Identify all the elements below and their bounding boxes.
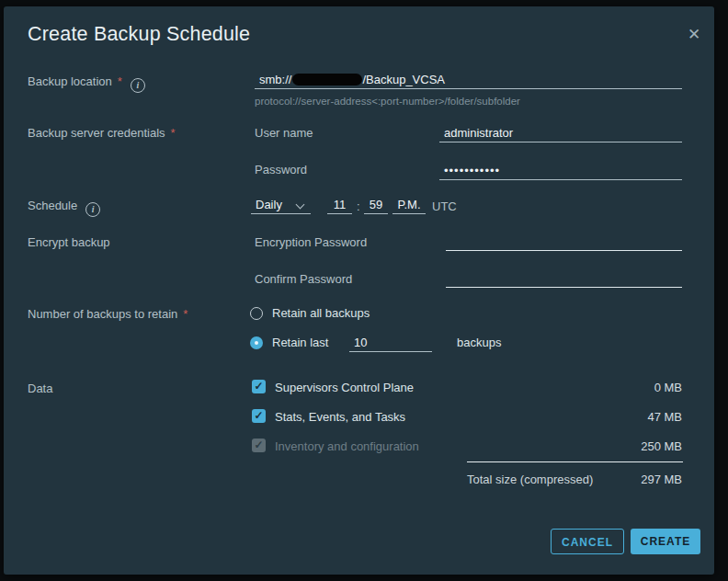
total-divider (467, 461, 683, 462)
confirm-password-input[interactable] (446, 269, 682, 288)
data-item-size: 0 MB (654, 381, 682, 395)
retain-all-label: Retain all backups (272, 306, 370, 321)
total-size-label: Total size (compressed) (467, 473, 593, 486)
stats-events-tasks-checkbox[interactable] (252, 409, 266, 423)
data-item-size: 47 MB (647, 410, 682, 425)
data-item-label: Stats, Events, and Tasks (275, 410, 405, 425)
data-label: Data (28, 381, 52, 397)
required-asterisk: * (171, 126, 176, 140)
schedule-frequency-select[interactable]: Daily (251, 196, 311, 214)
cancel-button[interactable]: CANCEL (551, 529, 624, 554)
backup-location-input[interactable]: smb:///Backup_VCSA (255, 71, 682, 89)
retain-last-radio[interactable] (250, 336, 263, 349)
retain-last-label: Retain last (272, 336, 328, 350)
username-input[interactable]: administrator (439, 124, 682, 142)
data-item-label: Supervisors Control Plane (275, 381, 414, 395)
create-backup-schedule-dialog: Create Backup Schedule ✕ Backup location… (4, 6, 714, 575)
confirm-password-label: Confirm Password (255, 271, 352, 288)
backup-location-label: Backup location*i (28, 74, 145, 93)
required-asterisk: * (183, 307, 188, 321)
retention-label: Number of backups to retain* (28, 306, 188, 323)
encryption-password-label: Encryption Password (255, 234, 367, 251)
credentials-label: Backup server credentials* (28, 125, 176, 142)
schedule-hour-input[interactable]: 11 (327, 196, 352, 214)
retain-all-radio[interactable] (250, 307, 263, 320)
retain-count-input[interactable]: 10 (349, 334, 432, 352)
required-asterisk: * (118, 74, 122, 88)
time-separator: : (357, 198, 360, 215)
encrypt-backup-label: Encrypt backup (28, 234, 110, 251)
close-icon[interactable]: ✕ (682, 23, 706, 47)
backup-location-helper: protocol://server-address<:port-number>/… (255, 95, 520, 108)
supervisors-control-plane-checkbox[interactable] (252, 380, 266, 393)
username-label: User name (255, 125, 313, 142)
create-button[interactable]: CREATE (631, 529, 700, 554)
schedule-meridiem-select[interactable]: P.M. (392, 196, 426, 214)
chevron-down-icon (296, 200, 305, 210)
timezone-label: UTC (432, 198, 457, 215)
total-size-value: 297 MB (641, 473, 682, 487)
encryption-password-input[interactable] (446, 233, 682, 251)
redaction-mark (292, 74, 362, 85)
dialog-title: Create Backup Schedule (28, 23, 250, 46)
data-item-label: Inventory and configuration (275, 439, 419, 454)
schedule-label: Schedulei (28, 198, 100, 217)
password-input[interactable]: ••••••••••• (439, 162, 682, 180)
info-icon[interactable]: i (131, 78, 145, 93)
retain-count-suffix: backups (457, 336, 501, 350)
schedule-minute-input[interactable]: 59 (364, 196, 388, 214)
inventory-configuration-checkbox (252, 439, 266, 452)
password-label: Password (255, 162, 307, 178)
info-icon[interactable]: i (85, 202, 100, 217)
data-item-size: 250 MB (641, 439, 682, 454)
